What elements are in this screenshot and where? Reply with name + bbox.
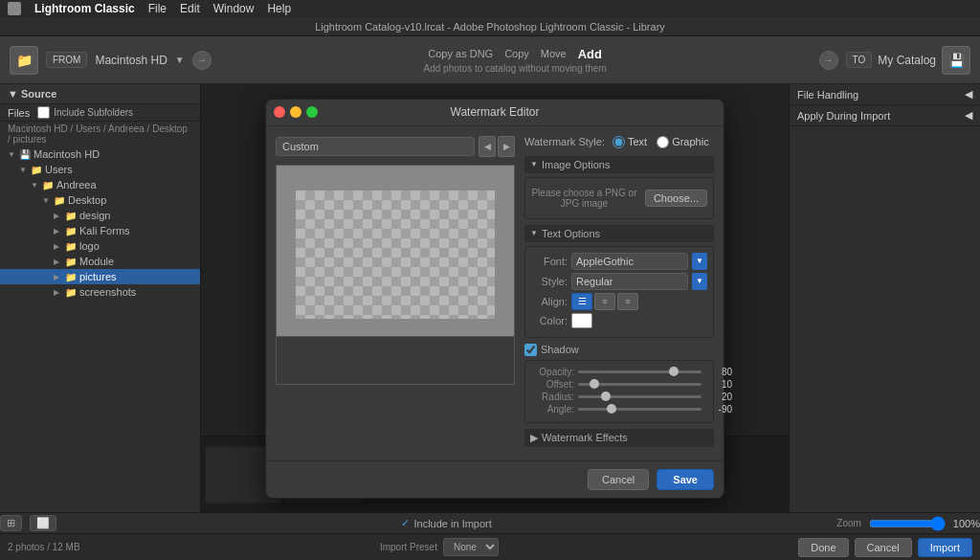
tree-toggle: ▼ — [8, 150, 19, 159]
color-label: Color: — [531, 315, 568, 326]
app-icon — [8, 2, 21, 15]
tree-label-module: Module — [79, 256, 200, 267]
source-header: ▼ Source — [0, 84, 200, 104]
style-radio-group: Text Graphic — [612, 136, 709, 148]
tree-module[interactable]: ▶ 📁 Module — [0, 254, 200, 269]
tree-users[interactable]: ▼ 📁 Users — [0, 162, 200, 177]
font-label: Font: — [531, 256, 568, 267]
offset-slider[interactable] — [578, 383, 702, 386]
style-select[interactable]: Regular — [571, 273, 688, 290]
file-handling-label: File Handling — [797, 89, 858, 101]
tree-kali-forms[interactable]: ▶ 📁 Kali Forms — [0, 223, 200, 238]
tree-toggle-desktop: ▼ — [42, 196, 54, 205]
menu-file[interactable]: File — [148, 2, 167, 15]
menu-edit[interactable]: Edit — [180, 2, 200, 15]
folder-icon-kali-forms: 📁 — [65, 226, 77, 236]
menu-help[interactable]: Help — [267, 2, 291, 15]
tree-design[interactable]: ▶ 📁 design — [0, 208, 200, 223]
dialog-save-btn[interactable]: Save — [657, 469, 714, 490]
folder-icon-design: 📁 — [65, 211, 77, 221]
content-area: Watermark Editor Custom ◀ ▶ — [201, 84, 789, 512]
folder-icon-logo: 📁 — [65, 241, 77, 252]
preset-next-btn[interactable]: ▶ — [498, 136, 515, 157]
opacity-slider[interactable] — [578, 370, 702, 373]
style-graphic-radio[interactable] — [657, 136, 669, 148]
watermark-text-input[interactable] — [276, 337, 515, 385]
align-row: Align: ☰ ≡ ≡ — [531, 293, 707, 310]
tree-macintosh-hd[interactable]: ▼ 💾 Macintosh HD — [0, 146, 200, 162]
include-in-import-toggle[interactable]: ✓ Include in Import — [401, 517, 491, 529]
sidebar: ▼ Source Files Include Subfolders Macint… — [0, 84, 201, 512]
font-select[interactable]: AppleGothic — [571, 253, 688, 270]
align-left-btn[interactable]: ☰ — [571, 293, 592, 310]
align-right-btn[interactable]: ≡ — [617, 293, 638, 310]
style-text-radio[interactable] — [612, 136, 625, 148]
image-options-header[interactable]: ▼ Image Options — [524, 156, 714, 173]
action-move[interactable]: Move — [541, 48, 567, 59]
style-graphic-option[interactable]: Graphic — [657, 136, 709, 148]
action-add[interactable]: Add — [578, 47, 602, 61]
titlebar: Lightroom Catalog-v10.lrcat - Adobe Phot… — [0, 17, 980, 36]
files-row: Files Include Subfolders — [0, 104, 200, 122]
radius-slider[interactable] — [578, 395, 702, 398]
dest-nav-btn[interactable]: → — [819, 51, 838, 70]
include-subfolders-label: Include Subfolders — [54, 107, 133, 118]
import-actions: Copy as DNG Copy Move Add Add photos to … — [219, 47, 812, 74]
tree-label-kali-forms: Kali Forms — [79, 225, 200, 236]
include-subfolders-checkbox[interactable] — [37, 106, 50, 119]
opacity-row: Opacity: 80 — [531, 367, 707, 377]
shadow-toggle[interactable]: Shadow — [524, 344, 579, 356]
tree-logo[interactable]: ▶ 📁 logo — [0, 238, 200, 254]
cancel-btn[interactable]: Cancel — [855, 538, 912, 557]
angle-label: Angle: — [531, 404, 574, 414]
menu-window[interactable]: Window — [213, 2, 255, 15]
source-nav-btn[interactable]: → — [192, 51, 212, 70]
tree-toggle-kali-forms: ▶ — [54, 227, 65, 235]
options-panel: Watermark Style: Text Graphic — [524, 136, 714, 451]
action-copy[interactable]: Copy — [504, 48, 529, 59]
tree-pictures[interactable]: ▶ 📁 pictures — [0, 269, 200, 284]
minimize-btn — [290, 106, 301, 118]
choose-image-btn[interactable]: Choose... — [645, 190, 707, 207]
close-btn[interactable] — [274, 106, 285, 118]
img-opt-prompt: Please choose a PNG or JPG image — [531, 188, 637, 209]
tree-andreea[interactable]: ▼ 📁 Andreea — [0, 177, 200, 192]
style-arrow[interactable]: ▼ — [692, 273, 707, 290]
import-preset-select[interactable]: None — [443, 538, 499, 556]
file-handling-header[interactable]: File Handling ◀ — [790, 84, 980, 105]
image-options-triangle: ▼ — [530, 160, 538, 168]
shadow-checkbox[interactable] — [524, 344, 537, 356]
source-icon: 📁 — [10, 46, 38, 75]
dialog-cancel-btn[interactable]: Cancel — [588, 469, 649, 490]
files-label: Files — [8, 107, 30, 119]
grid-view-btn[interactable]: ⊞ — [0, 515, 22, 531]
folder-icon-module: 📁 — [65, 257, 77, 267]
align-center-btn[interactable]: ≡ — [594, 293, 615, 310]
tree-label-macintosh-hd: Macintosh HD — [33, 148, 200, 160]
font-arrow[interactable]: ▼ — [692, 253, 707, 270]
opacity-value: 80 — [705, 367, 732, 377]
include-subfolders-toggle[interactable]: Include Subfolders — [37, 106, 133, 119]
import-btn[interactable]: Import — [918, 538, 972, 557]
apply-import-header[interactable]: Apply During Import ◀ — [790, 105, 980, 126]
done-btn[interactable]: Done — [798, 538, 848, 557]
traffic-lights — [274, 106, 318, 118]
style-label: Watermark Style: — [524, 136, 605, 147]
color-swatch[interactable] — [571, 313, 592, 328]
angle-value: -90 — [705, 404, 732, 414]
loupe-view-btn[interactable]: ⬜ — [30, 515, 56, 531]
tree-screenshots[interactable]: ▶ 📁 screenshots — [0, 284, 200, 300]
preset-prev-btn[interactable]: ◀ — [479, 136, 496, 157]
style-text-option[interactable]: Text — [612, 136, 647, 148]
tree-desktop[interactable]: ▼ 📁 Desktop — [0, 192, 200, 208]
text-options-header[interactable]: ▼ Text Options — [524, 225, 714, 242]
angle-slider[interactable] — [578, 408, 702, 411]
action-copy-dng[interactable]: Copy as DNG — [428, 48, 493, 59]
watermark-effects-header[interactable]: ▶ Watermark Effects — [524, 429, 714, 447]
zoom-slider[interactable] — [869, 516, 946, 531]
folder-icon-pictures: 📁 — [65, 272, 77, 282]
preset-select[interactable]: Custom — [276, 137, 475, 156]
zoom-label: Zoom — [836, 518, 861, 528]
tree-label-screenshots: screenshots — [79, 286, 200, 298]
tree-toggle-logo: ▶ — [54, 242, 65, 251]
